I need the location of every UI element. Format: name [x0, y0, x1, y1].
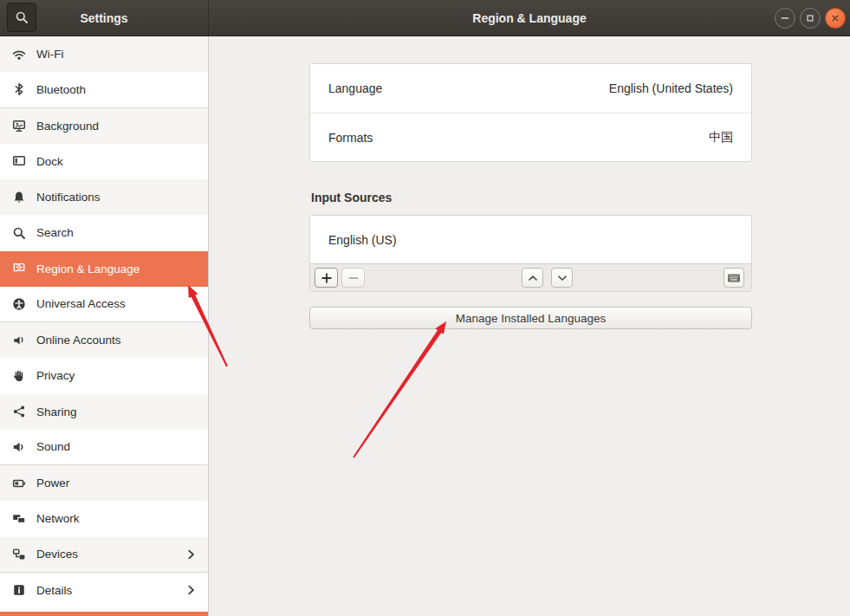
- remove-input-source-button[interactable]: [341, 268, 365, 288]
- region-language-page: LanguageEnglish (United States)Formats中国…: [209, 36, 850, 616]
- sidebar-item-label: Dock: [36, 155, 63, 168]
- keyboard-icon: [727, 271, 741, 285]
- sidebar-item-label: Bluetooth: [36, 83, 86, 96]
- sidebar-item-details[interactable]: Details: [0, 573, 208, 608]
- sidebar-item-power[interactable]: Power: [0, 465, 208, 501]
- input-sources-heading: Input Sources: [311, 191, 392, 204]
- sidebar-item-privacy[interactable]: Privacy: [0, 358, 208, 393]
- sidebar-item-label: Universal Access: [36, 297, 126, 310]
- input-sources-toolbar: [310, 263, 751, 291]
- sidebar-title: Settings: [80, 11, 127, 25]
- titlebar-main-section: Region & Language: [209, 0, 850, 36]
- chevron-right-icon: [184, 548, 198, 561]
- background-icon: [12, 119, 26, 133]
- chevron-up-icon: [526, 271, 540, 285]
- sidebar-item-devices[interactable]: Devices: [0, 537, 208, 573]
- wifi-icon: [12, 48, 26, 62]
- sharing-icon: [12, 405, 26, 418]
- add-input-source-button[interactable]: [315, 268, 338, 288]
- sidebar-item-label: Online Accounts: [36, 334, 121, 347]
- sidebar-item-search[interactable]: Search: [0, 215, 208, 250]
- sidebar-item-sound[interactable]: Sound: [0, 430, 208, 465]
- chevron-right-icon: [184, 583, 198, 597]
- sidebar-item-wifi[interactable]: Wi-Fi: [0, 36, 208, 72]
- power-icon: [12, 477, 26, 490]
- notifications-icon: [12, 191, 26, 204]
- sidebar-item-label: Power: [36, 477, 69, 490]
- maximize-button[interactable]: [800, 8, 821, 29]
- manage-installed-languages-label: Manage Installed Languages: [456, 312, 606, 325]
- chevron-down-icon: [555, 271, 569, 285]
- move-down-button[interactable]: [551, 268, 573, 288]
- manage-installed-languages-button[interactable]: Manage Installed Languages: [309, 307, 752, 329]
- keyboard-layout-button[interactable]: [723, 268, 744, 288]
- network-icon: [12, 512, 26, 526]
- titlebar: Settings Region & Language: [0, 0, 850, 36]
- sidebar: Wi-FiBluetoothBackgroundDockNotification…: [0, 36, 209, 616]
- titlebar-sidebar-section: Settings: [0, 0, 209, 36]
- sidebar-item-label: Sharing: [36, 405, 77, 418]
- sidebar-item-sharing[interactable]: Sharing: [0, 394, 208, 430]
- sidebar-item-label: Background: [36, 120, 99, 133]
- formats-row[interactable]: Formats中国: [310, 113, 751, 161]
- formats-label: Formats: [328, 131, 373, 145]
- sidebar-item-label: Notifications: [36, 191, 101, 204]
- sidebar-item-label: Details: [36, 584, 72, 597]
- move-up-button[interactable]: [522, 268, 543, 288]
- sidebar-item-label: Search: [36, 226, 74, 239]
- language-row[interactable]: LanguageEnglish (United States): [310, 64, 751, 113]
- search-button[interactable]: [7, 3, 36, 32]
- privacy-icon: [12, 369, 26, 383]
- window-title: Region & Language: [472, 11, 586, 25]
- window-minimize-icon: [779, 12, 791, 24]
- input-source-row[interactable]: English (US): [310, 216, 751, 263]
- minimize-button[interactable]: [775, 8, 795, 29]
- dock-icon: [12, 154, 26, 168]
- sidebar-item-dock[interactable]: Dock: [0, 144, 208, 179]
- settings-window: Settings Region & Language Wi-FiBluetoot…: [0, 0, 850, 616]
- online-accounts-icon: [12, 334, 26, 347]
- sidebar-item-bluetooth[interactable]: Bluetooth: [0, 72, 208, 107]
- details-icon: [12, 583, 26, 597]
- window-close-icon: [829, 12, 841, 24]
- sidebar-item-label: Devices: [36, 548, 78, 561]
- close-button[interactable]: [825, 8, 846, 29]
- sound-icon: [12, 440, 26, 454]
- sidebar-item-label: Network: [36, 512, 80, 525]
- sidebar-item-label: Region & Language: [36, 263, 140, 276]
- devices-icon: [12, 548, 26, 561]
- search-icon: [12, 226, 26, 240]
- region-language-panel: LanguageEnglish (United States)Formats中国: [309, 63, 752, 162]
- language-label: Language: [328, 81, 382, 95]
- sidebar-item-label: Privacy: [36, 369, 75, 382]
- window-controls: [775, 8, 846, 29]
- input-sources-list: English (US): [310, 216, 751, 263]
- sidebar-list: Wi-FiBluetoothBackgroundDockNotification…: [0, 36, 208, 608]
- formats-value: 中国: [709, 130, 733, 146]
- sidebar-item-label: Sound: [36, 440, 70, 453]
- sidebar-item-region-language[interactable]: Region & Language: [0, 251, 208, 287]
- input-sources-panel: English (US): [309, 215, 752, 292]
- search-icon: [15, 10, 29, 24]
- input-source-label: English (US): [328, 233, 397, 247]
- region-language-icon: [12, 262, 26, 276]
- sidebar-item-label: Wi-Fi: [36, 48, 63, 61]
- window-maximize-icon: [804, 12, 816, 24]
- universal-access-icon: [12, 297, 26, 311]
- sidebar-item-network[interactable]: Network: [0, 501, 208, 536]
- bluetooth-icon: [12, 82, 26, 96]
- sidebar-item-background[interactable]: Background: [0, 108, 208, 144]
- reorder-buttons: [522, 268, 573, 288]
- sidebar-item-notifications[interactable]: Notifications: [0, 179, 208, 215]
- language-value: English (United States): [609, 81, 733, 95]
- sidebar-item-online-accounts[interactable]: Online Accounts: [0, 322, 208, 358]
- minus-icon: [347, 271, 360, 285]
- sidebar-bottom-accent-strip: [0, 612, 208, 616]
- sidebar-item-universal-access[interactable]: Universal Access: [0, 287, 208, 322]
- plus-icon: [320, 271, 334, 285]
